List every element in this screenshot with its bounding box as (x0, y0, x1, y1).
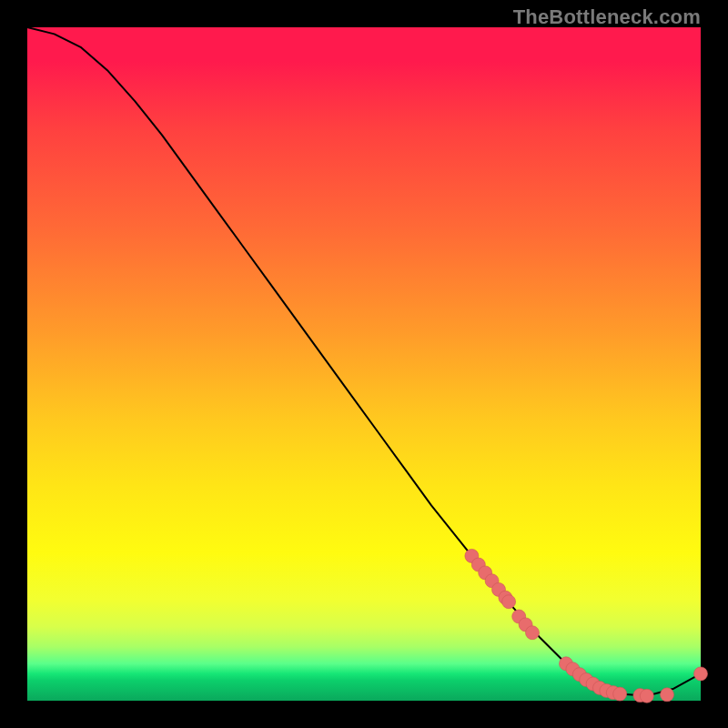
bottleneck-curve (27, 27, 701, 696)
marker-dot (613, 687, 627, 701)
marker-dot (526, 626, 540, 640)
marker-dot (694, 667, 708, 681)
curve-svg (27, 27, 701, 701)
marker-dot (502, 595, 516, 609)
chart-stage: TheBottleneck.com (0, 0, 728, 728)
marker-group (465, 549, 708, 703)
marker-dot (661, 688, 674, 702)
watermark-text: TheBottleneck.com (513, 5, 701, 29)
marker-dot (640, 689, 653, 703)
plot-area (27, 27, 701, 701)
